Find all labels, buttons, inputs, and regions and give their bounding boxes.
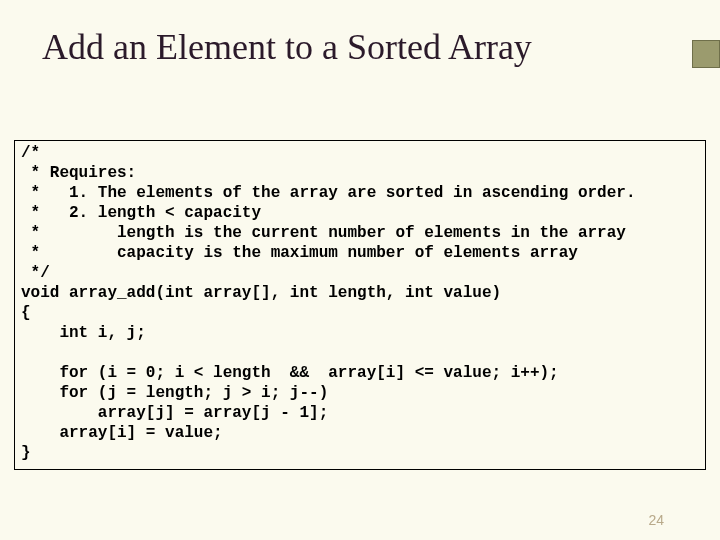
page-number: 24	[648, 512, 664, 528]
corner-decoration	[692, 40, 720, 68]
slide: Add an Element to a Sorted Array /* * Re…	[0, 0, 720, 540]
code-block: /* * Requires: * 1. The elements of the …	[21, 143, 699, 463]
code-box: /* * Requires: * 1. The elements of the …	[14, 140, 706, 470]
slide-title: Add an Element to a Sorted Array	[42, 26, 532, 68]
